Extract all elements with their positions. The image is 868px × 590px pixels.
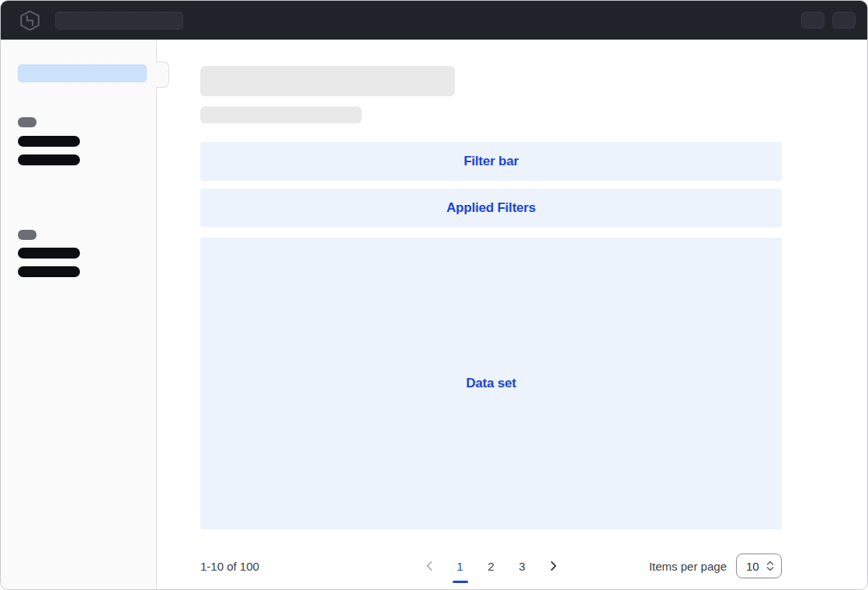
page-subtitle-placeholder [200, 106, 362, 123]
chevron-right-icon [547, 560, 560, 572]
sidebar-section-label-placeholder-2 [18, 230, 36, 240]
data-set-region: Data set [200, 238, 782, 529]
main-content: Filter bar Applied Filters Data set 1-10… [157, 40, 867, 589]
pagination-range-text: 1-10 of 100 [200, 560, 259, 573]
page-button-1[interactable]: 1 [450, 554, 471, 578]
sidebar-link-placeholder[interactable] [18, 266, 80, 277]
filter-bar-label: Filter bar [464, 154, 519, 169]
sidebar-link-placeholder[interactable] [18, 248, 80, 259]
app-window: Filter bar Applied Filters Data set 1-10… [0, 0, 868, 590]
sidebar-collapse-toggle[interactable] [156, 61, 169, 88]
stepper-chevrons-icon [765, 560, 776, 572]
page-button-2[interactable]: 2 [481, 554, 502, 578]
page-number: 1 [457, 560, 463, 573]
items-per-page-group: Items per page 10 [649, 554, 782, 578]
filter-bar-region: Filter bar [200, 142, 782, 181]
pager: 1 2 3 [418, 554, 564, 578]
hashicorp-logo-icon [19, 10, 40, 31]
sidebar [1, 40, 157, 589]
nav-action-placeholder-1[interactable] [801, 12, 825, 29]
page-number: 3 [519, 560, 525, 573]
pagination-bar: 1-10 of 100 1 2 3 [200, 552, 782, 580]
page-button-3[interactable]: 3 [512, 554, 533, 578]
page-number: 2 [488, 560, 494, 573]
current-page-underline [453, 581, 468, 583]
next-page-button[interactable] [543, 554, 564, 578]
items-per-page-select[interactable]: 10 [736, 554, 782, 578]
top-navbar [1, 1, 867, 40]
items-per-page-label: Items per page [649, 560, 727, 573]
sidebar-section-label-placeholder-1 [18, 117, 36, 127]
nav-menu-placeholder[interactable] [55, 12, 183, 30]
applied-filters-region: Applied Filters [200, 189, 782, 227]
sidebar-link-placeholder[interactable] [18, 136, 80, 147]
data-set-label: Data set [466, 376, 516, 391]
page-title-placeholder [200, 66, 455, 96]
nav-action-placeholder-2[interactable] [832, 12, 856, 29]
sidebar-active-item-placeholder[interactable] [18, 64, 147, 82]
chevron-left-icon [423, 560, 436, 572]
sidebar-link-placeholder[interactable] [18, 154, 80, 165]
items-per-page-value: 10 [746, 560, 759, 573]
applied-filters-label: Applied Filters [446, 200, 536, 216]
prev-page-button[interactable] [418, 554, 440, 578]
